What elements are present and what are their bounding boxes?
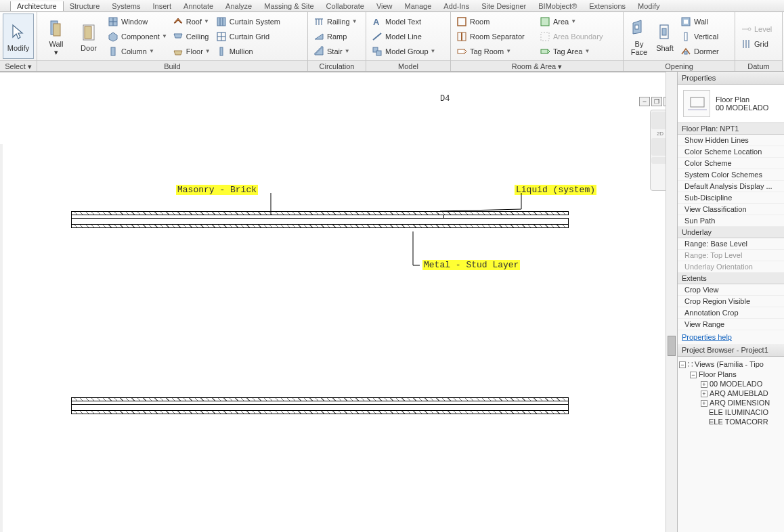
mullion-icon bbox=[216, 46, 227, 57]
prop-row[interactable]: System Color Schemes bbox=[678, 169, 784, 181]
prop-row[interactable]: Crop Region Visible bbox=[678, 296, 784, 307]
chevron-down-icon: ▼ bbox=[149, 48, 154, 54]
project-browser-tree[interactable]: −⸬ Views (Familia - Tipo −Floor Plans +0… bbox=[678, 357, 784, 429]
opening-wall-button[interactable]: Wall bbox=[678, 14, 722, 29]
svg-rect-42 bbox=[691, 97, 704, 107]
tag-area-button[interactable]: Tag Area▼ bbox=[537, 44, 620, 59]
drawing-canvas[interactable]: D4 – ❐ ✕ 2D Masonry - Brick Liquid (syst… bbox=[0, 72, 677, 532]
svg-text:A: A bbox=[373, 17, 380, 27]
tab-view[interactable]: View bbox=[370, 1, 399, 11]
underlay-header[interactable]: Underlay bbox=[678, 227, 784, 238]
curtain-system-button[interactable]: Curtain System bbox=[213, 14, 283, 29]
prop-row: Range: Top Level bbox=[678, 250, 784, 261]
properties-title[interactable]: Properties bbox=[678, 72, 784, 85]
tab-structure[interactable]: Structure bbox=[64, 1, 106, 11]
model-line-button[interactable]: Model Line bbox=[369, 29, 448, 44]
expand-icon[interactable]: + bbox=[701, 400, 707, 407]
curtain-grid-button[interactable]: Curtain Grid bbox=[213, 29, 283, 44]
railing-button[interactable]: Railing▼ bbox=[311, 14, 363, 29]
mullion-button[interactable]: Mullion bbox=[213, 44, 283, 59]
tab-annotate[interactable]: Annotate bbox=[177, 1, 219, 11]
chevron-down-icon: ▼ bbox=[352, 18, 357, 24]
chevron-down-icon: ▼ bbox=[571, 18, 576, 24]
prop-row[interactable]: View Classification bbox=[678, 204, 784, 215]
vertical-button[interactable]: Vertical bbox=[678, 29, 722, 44]
svg-rect-27 bbox=[541, 18, 549, 26]
ramp-button[interactable]: Ramp bbox=[311, 29, 363, 44]
tab-sitedesigner[interactable]: Site Designer bbox=[475, 1, 532, 11]
ribbon: Modify Select ▾ Wall▾ Door Window Compon… bbox=[0, 12, 784, 72]
tag-room-button[interactable]: Tag Room▼ bbox=[454, 44, 537, 59]
level-button: Level bbox=[738, 22, 779, 37]
prop-row: Underlay Orientation bbox=[678, 261, 784, 273]
column-icon bbox=[108, 46, 118, 57]
prop-row[interactable]: Color Scheme Location bbox=[678, 146, 784, 158]
roof-button[interactable]: Roof▼ bbox=[170, 14, 213, 29]
svg-rect-30 bbox=[635, 25, 638, 29]
properties-help-link[interactable]: Properties help bbox=[678, 330, 784, 344]
wall-button[interactable]: Wall▾ bbox=[40, 14, 72, 59]
tab-bimobject[interactable]: BIMobject® bbox=[532, 1, 583, 11]
by-face-button[interactable]: By Face bbox=[626, 14, 652, 59]
tab-addins[interactable]: Add-Ins bbox=[437, 1, 475, 11]
tab-extensions[interactable]: Extensions bbox=[583, 1, 632, 11]
vertical-icon bbox=[680, 31, 691, 42]
svg-rect-8 bbox=[217, 18, 225, 26]
prop-row[interactable]: Color Scheme bbox=[678, 158, 784, 169]
column-button[interactable]: Column▼ bbox=[105, 44, 170, 59]
project-browser-title[interactable]: Project Browser - Project1 bbox=[678, 344, 784, 357]
railing-icon bbox=[313, 16, 324, 27]
type-selector[interactable]: Floor Plan 00 MODELADO bbox=[678, 85, 784, 123]
tab-manage[interactable]: Manage bbox=[399, 1, 438, 11]
shaft-button[interactable]: Shaft bbox=[652, 14, 678, 59]
panel-opening-label: Opening bbox=[624, 60, 735, 71]
prop-row[interactable]: Annotation Crop bbox=[678, 307, 784, 319]
expand-icon[interactable]: + bbox=[701, 381, 707, 388]
component-button[interactable]: Component▼ bbox=[105, 29, 170, 44]
collapse-icon[interactable]: − bbox=[679, 361, 686, 368]
grid-button[interactable]: Grid bbox=[738, 37, 779, 51]
area-button[interactable]: Area▼ bbox=[537, 14, 620, 29]
prop-row[interactable]: View Range bbox=[678, 319, 784, 330]
room-button[interactable]: Room bbox=[454, 14, 537, 29]
tab-systems[interactable]: Systems bbox=[106, 1, 146, 11]
ceiling-icon bbox=[173, 31, 183, 42]
floor-plan-icon bbox=[683, 90, 710, 117]
extents-header[interactable]: Extents bbox=[678, 273, 784, 284]
wall-element-bottom[interactable] bbox=[71, 397, 569, 414]
tab-analyze[interactable]: Analyze bbox=[219, 1, 258, 11]
window-button[interactable]: Window bbox=[105, 14, 170, 29]
tab-collaborate[interactable]: Collaborate bbox=[320, 1, 370, 11]
prop-row[interactable]: Default Analysis Display ... bbox=[678, 181, 784, 192]
canvas-scrollbar[interactable] bbox=[666, 72, 677, 532]
by-face-icon bbox=[628, 17, 650, 39]
modify-button[interactable]: Modify bbox=[3, 14, 34, 59]
prop-row[interactable]: Range: Base Level bbox=[678, 238, 784, 250]
svg-point-38 bbox=[748, 28, 751, 30]
tab-modify[interactable]: Modify bbox=[632, 1, 666, 11]
model-group-button[interactable]: Model Group▼ bbox=[369, 44, 448, 59]
ceiling-button[interactable]: Ceiling bbox=[170, 29, 213, 44]
tab-massing[interactable]: Massing & Site bbox=[258, 1, 320, 11]
floor-button[interactable]: Floor▼ bbox=[170, 44, 213, 59]
panel-room-area-label[interactable]: Room & Area ▾ bbox=[451, 60, 623, 71]
tab-architecture[interactable]: Architecture bbox=[10, 1, 64, 11]
panel-select-label[interactable]: Select ▾ bbox=[0, 60, 37, 71]
chevron-down-icon: ▼ bbox=[584, 48, 590, 54]
stair-button[interactable]: Stair▼ bbox=[311, 44, 363, 59]
collapse-icon[interactable]: − bbox=[690, 372, 697, 378]
prop-row[interactable]: Sun Path bbox=[678, 215, 784, 227]
model-text-button[interactable]: AModel Text bbox=[369, 14, 448, 29]
instance-header[interactable]: Floor Plan: NPT1 bbox=[678, 123, 784, 135]
door-button[interactable]: Door bbox=[72, 14, 105, 59]
prop-row[interactable]: Sub-Discipline bbox=[678, 192, 784, 204]
dormer-button[interactable]: Dormer bbox=[678, 44, 722, 59]
area-boundary-button: Area Boundary bbox=[537, 29, 620, 44]
expand-icon[interactable]: + bbox=[701, 391, 707, 397]
prop-row[interactable]: Show Hidden Lines bbox=[678, 135, 784, 146]
cursor-icon bbox=[7, 21, 29, 43]
room-separator-button[interactable]: Room Separator bbox=[454, 29, 537, 44]
tab-insert[interactable]: Insert bbox=[147, 1, 178, 11]
prop-row[interactable]: Crop View bbox=[678, 284, 784, 296]
wall-element-top[interactable] bbox=[71, 211, 569, 228]
